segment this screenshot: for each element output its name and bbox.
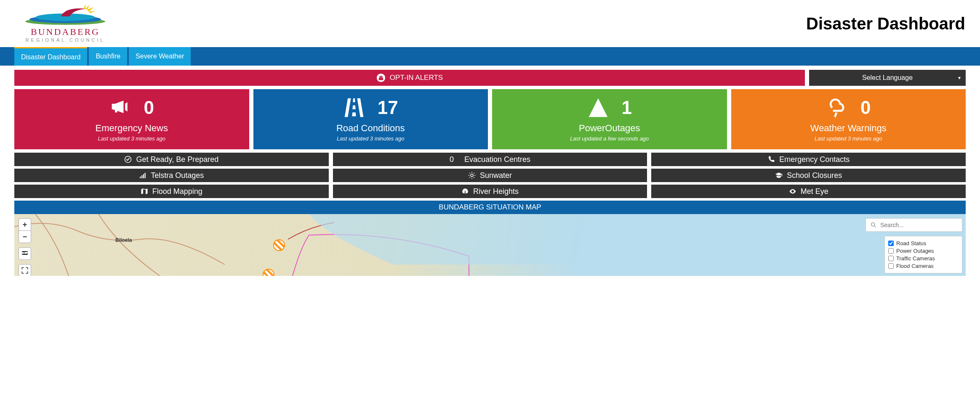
map-title: BUNDABERG SITUATION MAP <box>14 201 966 214</box>
link-label: Sunwater <box>480 171 512 180</box>
stat-updated: Last updated 3 minutes ago <box>337 135 404 142</box>
tab-severe-weather[interactable]: Severe Weather <box>129 47 191 66</box>
layer-checkbox[interactable] <box>888 256 894 261</box>
power-icon <box>587 97 609 119</box>
layer-road-status[interactable]: Road Status <box>888 240 959 246</box>
opt-in-label: OPT-IN ALERTS <box>390 74 443 82</box>
stat-emergency-news[interactable]: 0 Emergency News Last updated 3 minutes … <box>14 89 249 149</box>
stat-updated: Last updated 3 minutes ago <box>98 135 165 142</box>
tab-disaster-dashboard[interactable]: Disaster Dashboard <box>14 47 87 66</box>
stat-count: 0 <box>144 97 154 118</box>
phone-icon <box>767 156 775 163</box>
logo-graphic <box>23 5 107 26</box>
link-get-ready[interactable]: Get Ready, Be Prepared <box>14 153 329 166</box>
tab-label: Bushfire <box>96 53 120 60</box>
check-icon <box>124 156 132 163</box>
link-emergency-contacts[interactable]: Emergency Contacts <box>651 153 966 166</box>
stat-label: Weather Warnings <box>810 123 887 134</box>
map-zoom-out-button[interactable]: − <box>19 230 31 243</box>
map-search-input[interactable] <box>880 222 958 228</box>
stat-count: 0 <box>860 97 871 118</box>
megaphone-icon <box>109 97 131 119</box>
stat-updated: Last updated a few seconds ago <box>570 135 649 142</box>
layer-checkbox[interactable] <box>888 241 894 246</box>
layer-traffic-cameras[interactable]: Traffic Cameras <box>888 255 959 262</box>
map-marker-icon[interactable] <box>273 239 285 251</box>
layer-label: Road Status <box>896 240 927 246</box>
gradcap-icon <box>775 172 783 179</box>
stat-power-outages[interactable]: 1 PowerOutages Last updated a few second… <box>492 89 727 149</box>
layer-flood-cameras[interactable]: Flood Cameras <box>888 263 959 269</box>
layer-label: Traffic Cameras <box>896 255 935 262</box>
stat-label: Emergency News <box>96 123 168 134</box>
link-flood-mapping[interactable]: Flood Mapping <box>14 185 329 198</box>
link-label: Met Eye <box>801 187 828 196</box>
link-sunwater[interactable]: Sunwater <box>333 169 647 182</box>
sun-icon <box>468 172 476 179</box>
eye-icon <box>789 188 796 195</box>
link-label: Emergency Contacts <box>779 155 850 164</box>
map-icon <box>141 188 148 195</box>
link-label: Get Ready, Be Prepared <box>136 155 218 164</box>
signal-icon <box>139 172 146 179</box>
stat-weather-warnings[interactable]: 0 Weather Warnings Last updated 3 minute… <box>731 89 966 149</box>
link-river-heights[interactable]: River Heights <box>333 185 647 198</box>
road-icon <box>343 97 365 119</box>
org-name: BUNDABERG <box>31 26 100 37</box>
map-search-box[interactable] <box>865 218 962 232</box>
situation-map[interactable]: Biloela + − Road Status Power Outages <box>14 214 966 276</box>
link-label: Telstra Outages <box>151 171 204 180</box>
storm-icon <box>826 97 848 119</box>
stat-count: 1 <box>622 97 632 118</box>
page-header: BUNDABERG REGIONAL COUNCIL Disaster Dash… <box>0 0 980 47</box>
layer-label: Power Outages <box>896 248 934 254</box>
tab-bushfire[interactable]: Bushfire <box>89 47 127 66</box>
link-label: River Heights <box>473 187 519 196</box>
tab-label: Disaster Dashboard <box>21 53 80 61</box>
link-label: School Closures <box>787 171 842 180</box>
stat-label: Road Conditions <box>336 123 405 134</box>
stat-updated: Last updated 3 minutes ago <box>815 135 882 142</box>
link-label: Evacuation Centres <box>464 155 530 164</box>
link-school-closures[interactable]: School Closures <box>651 169 966 182</box>
map-fullscreen-button[interactable] <box>19 264 31 276</box>
link-telstra-outages[interactable]: Telstra Outages <box>14 169 329 182</box>
map-town-label: Biloela <box>115 237 132 243</box>
stats-row: 0 Emergency News Last updated 3 minutes … <box>14 89 966 149</box>
map-basemap-button[interactable] <box>19 247 31 260</box>
stat-road-conditions[interactable]: 17 Road Conditions Last updated 3 minute… <box>253 89 488 149</box>
link-count: 0 <box>450 155 454 164</box>
map-zoom-in-button[interactable]: + <box>19 218 31 231</box>
layer-checkbox[interactable] <box>888 248 894 254</box>
link-evacuation-centres[interactable]: 0 Evacuation Centres <box>333 153 647 166</box>
link-met-eye[interactable]: Met Eye <box>651 185 966 198</box>
map-roads <box>14 214 650 276</box>
nav-bar: Disaster Dashboard Bushfire Severe Weath… <box>0 47 980 66</box>
layer-power-outages[interactable]: Power Outages <box>888 248 959 254</box>
stat-count: 17 <box>378 97 398 118</box>
org-logo[interactable]: BUNDABERG REGIONAL COUNCIL <box>23 5 107 42</box>
map-layer-panel: Road Status Power Outages Traffic Camera… <box>884 236 962 273</box>
page-title: Disaster Dashboard <box>806 14 965 33</box>
tab-label: Severe Weather <box>136 53 184 60</box>
org-subname: REGIONAL COUNCIL <box>25 37 105 42</box>
stat-label: PowerOutages <box>579 123 640 134</box>
layer-label: Flood Cameras <box>896 263 934 269</box>
siren-icon <box>376 73 386 82</box>
link-label: Flood Mapping <box>152 187 202 196</box>
language-selected: Select Language <box>862 74 913 82</box>
opt-in-alerts-button[interactable]: OPT-IN ALERTS <box>14 70 805 86</box>
layer-checkbox[interactable] <box>888 263 894 269</box>
language-select[interactable]: Select Language <box>809 70 966 86</box>
gauge-icon <box>461 188 469 195</box>
search-icon <box>870 222 877 228</box>
